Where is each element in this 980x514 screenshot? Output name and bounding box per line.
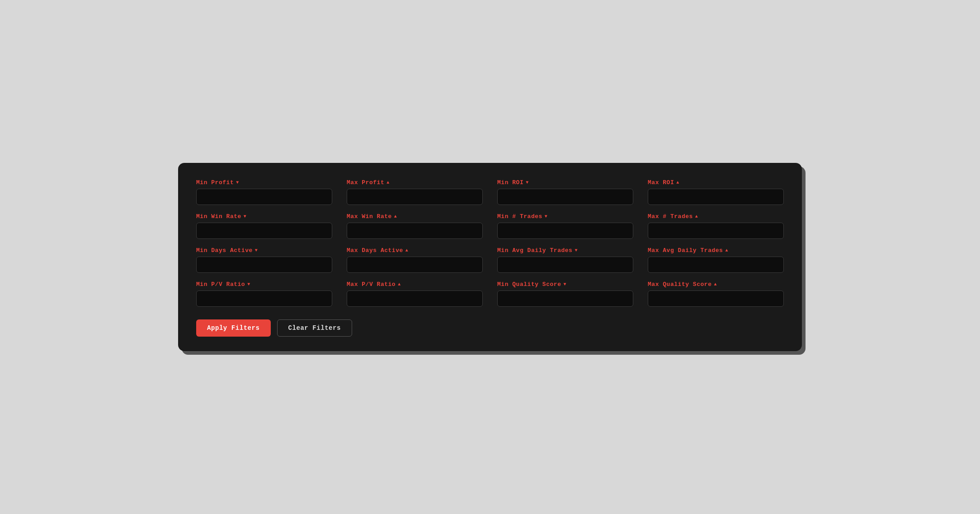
label-max-pv-ratio: Max P/V Ratio ▲	[347, 281, 483, 288]
input-max-days-active[interactable]	[347, 257, 483, 273]
filter-col-1: Min Profit ▼ Min Win Rate ▼ Min Days Act…	[196, 179, 332, 315]
sort-icon-min-trades: ▼	[545, 214, 548, 219]
input-max-quality-score[interactable]	[648, 290, 784, 307]
field-min-avg-daily-trades: Min Avg Daily Trades ▼	[497, 247, 633, 273]
label-max-profit: Max Profit ▲	[347, 179, 483, 186]
sort-icon-max-pv-ratio: ▲	[398, 282, 401, 287]
field-max-win-rate: Max Win Rate ▲	[347, 213, 483, 239]
field-max-quality-score: Max Quality Score ▲	[648, 281, 784, 307]
label-text-min-pv-ratio: Min P/V Ratio	[196, 281, 245, 288]
field-max-profit: Max Profit ▲	[347, 179, 483, 205]
filter-panel-wrapper: Min Profit ▼ Min Win Rate ▼ Min Days Act…	[178, 163, 802, 351]
field-min-days-active: Min Days Active ▼	[196, 247, 332, 273]
sort-icon-max-quality-score: ▲	[714, 282, 717, 287]
label-text-min-trades: Min # Trades	[497, 213, 542, 220]
label-min-profit: Min Profit ▼	[196, 179, 332, 186]
label-max-win-rate: Max Win Rate ▲	[347, 213, 483, 220]
input-max-roi[interactable]	[648, 189, 784, 205]
sort-icon-max-days-active: ▲	[405, 248, 409, 253]
sort-icon-max-avg-daily-trades: ▲	[725, 248, 728, 253]
sort-icon-min-quality-score: ▼	[563, 282, 566, 287]
filter-panel: Min Profit ▼ Min Win Rate ▼ Min Days Act…	[178, 163, 802, 351]
label-max-avg-daily-trades: Max Avg Daily Trades ▲	[648, 247, 784, 254]
filter-col-3: Min ROI ▼ Min # Trades ▼ Min Avg Daily T…	[497, 179, 633, 315]
sort-icon-max-trades: ▲	[695, 214, 698, 219]
label-max-trades: Max # Trades ▲	[648, 213, 784, 220]
label-text-max-profit: Max Profit	[347, 179, 384, 186]
field-max-days-active: Max Days Active ▲	[347, 247, 483, 273]
sort-icon-min-roi: ▼	[526, 180, 529, 185]
label-min-pv-ratio: Min P/V Ratio ▼	[196, 281, 332, 288]
input-min-roi[interactable]	[497, 189, 633, 205]
label-min-roi: Min ROI ▼	[497, 179, 633, 186]
sort-icon-min-avg-daily-trades: ▼	[575, 248, 578, 253]
label-text-max-pv-ratio: Max P/V Ratio	[347, 281, 396, 288]
sort-icon-min-pv-ratio: ▼	[247, 282, 250, 287]
field-min-trades: Min # Trades ▼	[497, 213, 633, 239]
label-text-min-avg-daily-trades: Min Avg Daily Trades	[497, 247, 572, 254]
filters-grid: Min Profit ▼ Min Win Rate ▼ Min Days Act…	[196, 179, 784, 315]
label-max-quality-score: Max Quality Score ▲	[648, 281, 784, 288]
label-text-max-trades: Max # Trades	[648, 213, 693, 220]
label-text-max-days-active: Max Days Active	[347, 247, 403, 254]
label-min-trades: Min # Trades ▼	[497, 213, 633, 220]
label-max-roi: Max ROI ▲	[648, 179, 784, 186]
input-min-pv-ratio[interactable]	[196, 290, 332, 307]
sort-icon-min-profit: ▼	[236, 180, 239, 185]
input-max-pv-ratio[interactable]	[347, 290, 483, 307]
label-min-days-active: Min Days Active ▼	[196, 247, 332, 254]
sort-icon-min-win-rate: ▼	[244, 214, 247, 219]
input-min-avg-daily-trades[interactable]	[497, 257, 633, 273]
label-text-max-avg-daily-trades: Max Avg Daily Trades	[648, 247, 723, 254]
clear-filters-button[interactable]: Clear Filters	[277, 319, 353, 337]
label-min-avg-daily-trades: Min Avg Daily Trades ▼	[497, 247, 633, 254]
field-max-pv-ratio: Max P/V Ratio ▲	[347, 281, 483, 307]
sort-icon-min-days-active: ▼	[255, 248, 258, 253]
input-max-trades[interactable]	[648, 223, 784, 239]
input-max-win-rate[interactable]	[347, 223, 483, 239]
sort-icon-max-roi: ▲	[676, 180, 679, 185]
field-max-avg-daily-trades: Max Avg Daily Trades ▲	[648, 247, 784, 273]
label-text-max-roi: Max ROI	[648, 179, 674, 186]
input-min-days-active[interactable]	[196, 257, 332, 273]
label-text-min-roi: Min ROI	[497, 179, 523, 186]
input-max-avg-daily-trades[interactable]	[648, 257, 784, 273]
button-row: Apply Filters Clear Filters	[196, 319, 784, 337]
sort-icon-max-profit: ▲	[386, 180, 390, 185]
label-min-win-rate: Min Win Rate ▼	[196, 213, 332, 220]
field-min-pv-ratio: Min P/V Ratio ▼	[196, 281, 332, 307]
field-max-roi: Max ROI ▲	[648, 179, 784, 205]
field-min-roi: Min ROI ▼	[497, 179, 633, 205]
field-min-profit: Min Profit ▼	[196, 179, 332, 205]
field-min-win-rate: Min Win Rate ▼	[196, 213, 332, 239]
label-text-max-win-rate: Max Win Rate	[347, 213, 392, 220]
input-min-profit[interactable]	[196, 189, 332, 205]
filter-col-2: Max Profit ▲ Max Win Rate ▲ Max Days Act…	[347, 179, 483, 315]
input-min-quality-score[interactable]	[497, 290, 633, 307]
input-min-trades[interactable]	[497, 223, 633, 239]
label-min-quality-score: Min Quality Score ▼	[497, 281, 633, 288]
input-min-win-rate[interactable]	[196, 223, 332, 239]
label-text-min-profit: Min Profit	[196, 179, 234, 186]
label-text-max-quality-score: Max Quality Score	[648, 281, 711, 288]
label-text-min-win-rate: Min Win Rate	[196, 213, 241, 220]
field-min-quality-score: Min Quality Score ▼	[497, 281, 633, 307]
sort-icon-max-win-rate: ▲	[394, 214, 397, 219]
label-text-min-quality-score: Min Quality Score	[497, 281, 561, 288]
label-text-min-days-active: Min Days Active	[196, 247, 253, 254]
input-max-profit[interactable]	[347, 189, 483, 205]
filter-col-4: Max ROI ▲ Max # Trades ▲ Max Avg Daily T…	[648, 179, 784, 315]
apply-filters-button[interactable]: Apply Filters	[196, 319, 271, 337]
field-max-trades: Max # Trades ▲	[648, 213, 784, 239]
label-max-days-active: Max Days Active ▲	[347, 247, 483, 254]
